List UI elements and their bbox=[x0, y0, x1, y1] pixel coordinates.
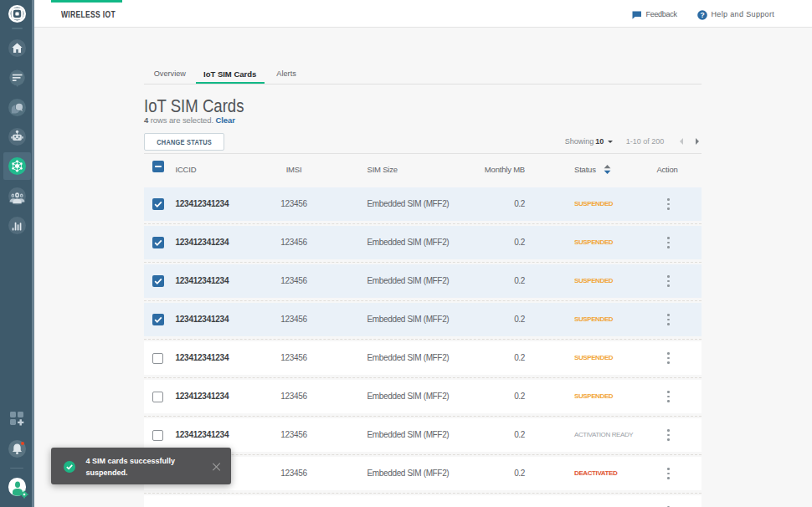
svg-text:?: ? bbox=[700, 11, 704, 19]
